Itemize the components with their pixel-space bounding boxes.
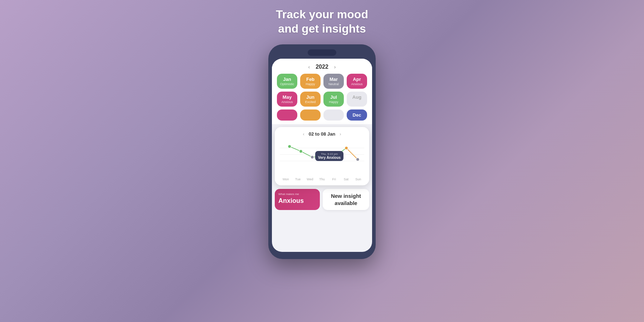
month-sep[interactable] (277, 109, 297, 121)
month-grid: Jan Optimistic Feb Happy Mar Neutral Apr… (272, 74, 372, 124)
year-prev-button[interactable]: ‹ (308, 64, 310, 70)
month-dec[interactable]: Dec (347, 109, 367, 121)
week-chart-card: ‹ 02 to 08 Jan › (275, 127, 369, 185)
day-tue: Tue (292, 177, 304, 181)
month-jan[interactable]: Jan Optimistic (277, 74, 297, 89)
svg-point-5 (311, 156, 314, 159)
day-sat: Sat (340, 177, 352, 181)
mood-tooltip: Thu, 9:22 pm Very Anxious (315, 151, 343, 161)
anxious-insight-card[interactable]: What makes me Anxious (275, 189, 320, 210)
day-thu: Thu (316, 177, 328, 181)
bottom-cards: What makes me Anxious New insight availa… (275, 189, 369, 210)
headline: Track your mood and get insights (276, 7, 368, 36)
month-aug[interactable]: Aug (347, 92, 367, 107)
day-wed: Wed (304, 177, 316, 181)
year-next-button[interactable]: › (334, 64, 336, 70)
svg-point-3 (288, 145, 291, 148)
week-date-range: 02 to 08 Jan (309, 131, 335, 137)
day-sun: Sun (352, 177, 364, 181)
chart-area: Thu, 9:22 pm Very Anxious (280, 140, 364, 176)
phone-shell: ‹ 2022 › Jan Optimistic Feb Happy Mar Ne… (268, 44, 376, 259)
anxious-card-title: Anxious (278, 197, 316, 205)
month-may[interactable]: May Anxious (277, 92, 297, 107)
year-nav: ‹ 2022 › (272, 59, 372, 74)
svg-point-9 (356, 158, 359, 161)
tooltip-time: Thu, 9:22 pm (318, 152, 341, 156)
week-prev-button[interactable]: ‹ (303, 131, 304, 137)
phone-notch (308, 49, 336, 56)
phone-notch-area (272, 49, 372, 56)
week-next-button[interactable]: › (340, 131, 341, 137)
year-label: 2022 (316, 64, 328, 70)
svg-point-8 (345, 146, 348, 150)
month-apr[interactable]: Apr Anxious (347, 74, 367, 89)
month-jul[interactable]: Jul Happy (323, 92, 344, 107)
month-nov[interactable] (323, 109, 344, 121)
week-nav: ‹ 02 to 08 Jan › (280, 131, 364, 137)
month-jun[interactable]: Jun Excited (300, 92, 321, 107)
new-insight-text: New insight available (327, 192, 365, 206)
svg-point-4 (299, 150, 302, 153)
month-mar[interactable]: Mar Neutral (323, 74, 344, 89)
week-days: Mon Tue Wed Thu Fri Sat Sun (280, 176, 364, 181)
new-insight-card[interactable]: New insight available (323, 189, 369, 210)
day-mon: Mon (280, 177, 292, 181)
phone-screen: ‹ 2022 › Jan Optimistic Feb Happy Mar Ne… (272, 59, 372, 252)
day-fri: Fri (328, 177, 340, 181)
month-oct[interactable] (300, 109, 321, 121)
month-feb[interactable]: Feb Happy (300, 74, 321, 89)
center-panel: Track your mood and get insights ‹ 2022 … (261, 7, 383, 315)
tooltip-mood: Very Anxious (318, 156, 341, 160)
anxious-card-sublabel: What makes me (278, 192, 316, 196)
